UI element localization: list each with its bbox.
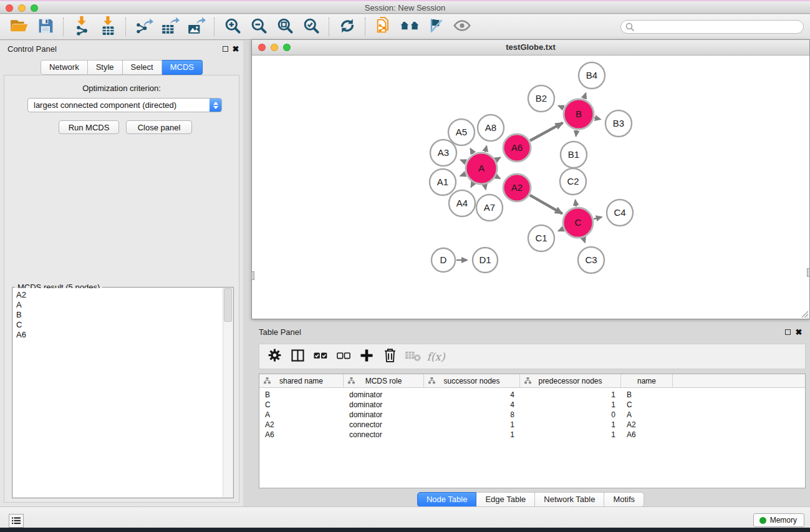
delete-column-button[interactable] [381,347,398,366]
cell-successor_nodes[interactable]: 4 [424,400,520,409]
network-from-file-button[interactable] [370,16,397,38]
graph-node-C3[interactable]: C3 [578,247,604,273]
run-mcds-button[interactable]: Run MCDS [59,120,119,134]
tab-motifs[interactable]: Motifs [604,492,644,507]
result-item[interactable]: A [16,300,220,310]
result-item[interactable]: A6 [16,330,220,340]
graph-node-B2[interactable]: B2 [528,85,554,112]
column-header-successor-nodes[interactable]: successor nodes [424,374,520,387]
add-column-button[interactable] [358,347,375,366]
result-scrollbar[interactable] [223,288,233,497]
split-view-button[interactable] [289,347,306,366]
cell-shared_name[interactable]: A2 [259,420,344,429]
cell-mcds_role[interactable]: connector [344,430,424,439]
graph-node-A8[interactable]: A8 [478,115,504,141]
graph-edge-A-A2[interactable] [496,177,500,178]
cell-successor_nodes[interactable]: 8 [424,410,520,419]
import-network-button[interactable] [69,16,95,38]
home-layout-button[interactable] [397,16,423,38]
column-header-name[interactable]: name [621,374,673,387]
zoom-out-button[interactable] [246,16,272,38]
search-input[interactable] [634,22,803,31]
table-row[interactable]: Cdominator41C [259,400,805,410]
tab-mcds[interactable]: MCDS [162,60,203,75]
cell-predecessor_nodes[interactable]: 1 [520,400,621,409]
graph-edge-A-A1[interactable] [460,174,465,176]
graph-edge-C-C2[interactable] [576,200,576,206]
cell-successor_nodes[interactable]: 1 [424,430,520,439]
select-all-button[interactable] [312,347,329,366]
graph-node-D[interactable]: D [432,248,455,272]
graph-node-A7[interactable]: A7 [476,195,503,221]
table-panel-close-button[interactable]: ✖ [794,328,803,336]
zoom-fit-button[interactable] [272,16,298,38]
graph-node-C4[interactable]: C4 [607,200,633,226]
graph-edge-A-A4[interactable] [471,183,473,187]
cell-name[interactable]: A6 [621,430,673,439]
cell-shared_name[interactable]: B [259,390,344,399]
open-file-button[interactable] [6,16,32,38]
hide-selected-button[interactable] [423,16,449,38]
control-panel-close-button[interactable]: ✖ [231,45,240,52]
tab-edge-table[interactable]: Edge Table [476,492,535,507]
cell-predecessor_nodes[interactable]: 0 [520,410,621,419]
cell-name[interactable]: C [621,400,673,409]
cell-shared_name[interactable]: C [259,400,344,409]
zoom-selected-button[interactable] [298,16,324,38]
graph-edge-A-A3[interactable] [461,160,466,162]
graph-node-A5[interactable]: A5 [448,119,475,145]
result-item[interactable]: A2 [16,290,220,300]
table-panel-float-button[interactable] [783,328,792,336]
graph-node-B3[interactable]: B3 [605,110,632,137]
zoom-in-button[interactable] [219,16,246,38]
refresh-layout-button[interactable] [334,16,360,38]
tab-node-table[interactable]: Node Table [417,492,477,507]
cell-mcds_role[interactable]: dominator [344,410,424,419]
graph-node-C1[interactable]: C1 [528,225,554,251]
graph-node-C2[interactable]: C2 [560,168,586,195]
table-row[interactable]: Adominator80A [259,410,805,420]
graph-edge-B-B2[interactable] [559,106,564,109]
graph-node-A[interactable]: A [466,153,497,184]
show-all-button[interactable] [449,16,475,38]
graph-node-B[interactable]: B [564,99,594,129]
graph-edge-A-A5[interactable] [471,148,474,153]
cell-name[interactable]: B [621,390,673,399]
graph-edge-B-B3[interactable] [594,118,600,119]
resize-grip-icon[interactable] [801,310,809,318]
graph-edge-A-A8[interactable] [485,146,486,152]
column-header-predecessor-nodes[interactable]: predecessor nodes [520,374,621,387]
graph-edge-A2-C[interactable] [530,195,562,214]
result-item[interactable]: B [16,310,220,320]
result-item[interactable]: C [16,320,220,330]
right-splitter-handle[interactable] [807,268,810,277]
cell-mcds_role[interactable]: dominator [344,390,424,399]
task-history-button[interactable] [9,514,24,528]
result-scrollbar-thumb[interactable] [224,288,232,322]
mcds-result-list[interactable]: A2ABCA6 [13,288,223,497]
export-table-button[interactable] [157,16,183,38]
network-graph[interactable]: B4B2BB3A8A5A6A3B1AA1C2A2A4A7C4CC1C3DD1 [252,55,809,319]
deselect-all-button[interactable] [335,347,352,366]
graph-edge-A-A6[interactable] [496,158,500,160]
graph-node-A6[interactable]: A6 [503,134,531,162]
column-header-shared-name[interactable]: shared name [259,374,344,387]
graph-edge-C-C3[interactable] [584,238,586,243]
export-image-button[interactable] [183,16,210,38]
graph-node-A4[interactable]: A4 [449,190,475,216]
graph-edge-A6-B[interactable] [530,123,562,141]
save-session-button[interactable] [32,16,59,38]
table-row[interactable]: A2connector11A2 [259,420,805,430]
tab-network[interactable]: Network [41,60,88,75]
memory-button[interactable]: Memory [753,513,804,527]
import-table-button[interactable] [95,16,121,38]
cell-successor_nodes[interactable]: 4 [424,390,520,399]
cell-name[interactable]: A2 [621,420,673,429]
cell-successor_nodes[interactable]: 1 [424,420,520,429]
graph-node-B1[interactable]: B1 [561,142,587,168]
graph-node-C[interactable]: C [563,208,593,238]
cell-predecessor_nodes[interactable]: 1 [520,420,621,429]
column-header-MCDS-role[interactable]: MCDS role [344,374,424,387]
graph-node-A1[interactable]: A1 [430,169,456,195]
table-row[interactable]: A6connector11A6 [259,430,805,440]
